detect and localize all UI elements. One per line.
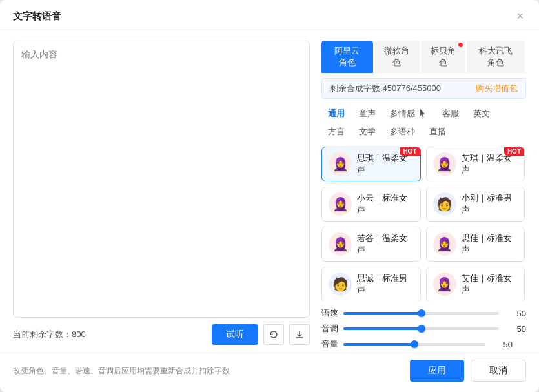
tab-badge — [458, 43, 463, 47]
sub-tabs: 通用 童声 多情感 客服 英文 方言 文学 多语种 直播 — [321, 105, 526, 140]
dialog-title: 文字转语音 — [13, 10, 61, 23]
voice-card-xiaoyun[interactable]: 🧕 小云｜标准女声 — [321, 187, 421, 222]
quota-text: 剩余合成字数:450776/455000 — [330, 83, 441, 94]
voice-name-sicheng: 思诚｜标准男声 — [357, 273, 414, 296]
left-bottom-bar: 当前剩余字数：800 试听 — [13, 318, 310, 350]
tab-biaobeiyun[interactable]: 标贝角色 — [421, 41, 466, 73]
download-button[interactable] — [289, 324, 310, 345]
tab-microsoft[interactable]: 微软角色 — [374, 41, 420, 73]
footer-buttons: 应用 取消 — [410, 360, 526, 382]
pitch-slider-row: 音调 50 — [321, 323, 526, 335]
volume-value: 50 — [491, 340, 513, 349]
restore-icon — [269, 329, 279, 340]
pitch-thumb[interactable] — [418, 325, 425, 333]
apply-button[interactable]: 应用 — [410, 360, 464, 382]
subtab-dialect[interactable]: 方言 — [321, 123, 351, 140]
quota-link[interactable]: 购买增值包 — [476, 83, 518, 94]
speed-slider-row: 语速 50 — [321, 307, 526, 319]
voice-name-aijia: 艾佳｜标准女声 — [462, 273, 518, 296]
voice-avatar-xiaoyun: 🧕 — [329, 192, 352, 216]
voice-avatar-sijia: 🧕 — [433, 232, 456, 256]
dialog-body: 当前剩余字数：800 试听 — [0, 30, 539, 350]
close-button[interactable]: × — [514, 9, 526, 23]
subtab-english[interactable]: 英文 — [467, 105, 496, 122]
cursor-icon — [416, 107, 428, 119]
left-panel: 当前剩余字数：800 试听 — [13, 41, 310, 350]
voice-name-ruogu: 若谷｜温柔女声 — [357, 232, 414, 256]
right-panel: 阿里云角色 微软角色 标贝角色 科大讯飞角色 剩余合成字数:450776/455… — [321, 41, 526, 350]
voice-card-ruogu[interactable]: 🧕 若谷｜温柔女声 — [321, 227, 421, 262]
dialog-footer: 改变角色、音量、语速、音调后应用均需要重新合成并扣除字数 应用 取消 — [0, 353, 539, 392]
volume-fill — [343, 343, 414, 346]
subtab-multilang[interactable]: 多语种 — [383, 123, 422, 140]
main-tabs: 阿里云角色 微软角色 标贝角色 科大讯飞角色 — [321, 41, 526, 73]
subtab-customer[interactable]: 客服 — [436, 105, 465, 122]
voice-avatar-sicheng: 🧑 — [329, 273, 352, 296]
voice-card-siqin[interactable]: 🧕 思琪｜温柔女声 HOT — [321, 147, 421, 181]
subtab-literary[interactable]: 文学 — [352, 123, 382, 140]
tab-aliyun[interactable]: 阿里云角色 — [321, 41, 373, 73]
bottom-actions: 试听 — [212, 324, 310, 345]
speed-track[interactable] — [343, 312, 499, 315]
pitch-fill — [343, 327, 422, 330]
voice-grid: 🧕 思琪｜温柔女声 HOT 🧕 艾琪｜温柔女声 HOT 🧕 小云｜标准女声 🧑 … — [321, 147, 526, 301]
voice-card-xiaogang[interactable]: 🧑 小刚｜标准男声 — [426, 187, 525, 222]
volume-thumb[interactable] — [411, 340, 418, 348]
voice-avatar-siqin: 🧕 — [329, 152, 352, 176]
download-icon — [294, 329, 305, 340]
remaining-chars: 当前剩余字数：800 — [13, 329, 86, 340]
voice-avatar-aizhen: 🧕 — [433, 152, 456, 176]
volume-slider-row: 音量 50 — [321, 338, 526, 350]
voice-card-aijia[interactable]: 🧕 艾佳｜标准女声 — [426, 267, 525, 301]
tab-xunfei[interactable]: 科大讯飞角色 — [467, 41, 525, 73]
voice-name-siqin: 思琪｜温柔女声 — [357, 152, 414, 176]
pitch-track[interactable] — [343, 327, 499, 330]
voice-name-sijia: 思佳｜标准女声 — [462, 232, 518, 256]
voice-card-sijia[interactable]: 🧕 思佳｜标准女声 — [426, 227, 525, 262]
hot-badge-aizhen: HOT — [504, 147, 524, 156]
text-input[interactable] — [13, 41, 310, 318]
subtab-live[interactable]: 直播 — [423, 123, 453, 140]
speed-thumb[interactable] — [418, 309, 425, 317]
voice-name-xiaoyun: 小云｜标准女声 — [357, 192, 414, 216]
voice-card-aizhen[interactable]: 🧕 艾琪｜温柔女声 HOT — [426, 147, 525, 181]
cancel-button[interactable]: 取消 — [471, 360, 526, 382]
dialog-header: 文字转语音 × — [0, 0, 539, 30]
sliders-section: 语速 50 音调 50 音量 — [321, 301, 526, 350]
pitch-value: 50 — [504, 324, 526, 334]
preview-button[interactable]: 试听 — [212, 324, 258, 345]
quota-bar: 剩余合成字数:450776/455000 购买增值包 — [321, 78, 526, 99]
subtab-emotion[interactable]: 多情感 — [383, 105, 434, 122]
voice-avatar-ruogu: 🧕 — [329, 232, 352, 256]
tts-dialog: 文字转语音 × 当前剩余字数：800 试听 — [0, 0, 539, 392]
voice-avatar-xiaogang: 🧑 — [433, 192, 456, 216]
volume-track[interactable] — [343, 343, 485, 346]
hot-badge-siqin: HOT — [400, 147, 420, 156]
pitch-label: 音调 — [321, 323, 338, 335]
voice-name-aizhen: 艾琪｜温柔女声 — [462, 152, 518, 176]
subtab-child[interactable]: 童声 — [352, 105, 382, 122]
speed-label: 语速 — [321, 307, 338, 319]
volume-label: 音量 — [321, 338, 338, 350]
footer-hint: 改变角色、音量、语速、音调后应用均需要重新合成并扣除字数 — [13, 366, 230, 377]
speed-value: 50 — [504, 309, 526, 318]
voice-name-xiaogang: 小刚｜标准男声 — [462, 192, 518, 216]
voice-card-sicheng[interactable]: 🧑 思诚｜标准男声 — [321, 267, 421, 301]
speed-fill — [343, 312, 422, 315]
voice-avatar-aijia: 🧕 — [433, 273, 456, 296]
subtab-general[interactable]: 通用 — [321, 105, 351, 122]
restore-button[interactable] — [263, 324, 284, 345]
